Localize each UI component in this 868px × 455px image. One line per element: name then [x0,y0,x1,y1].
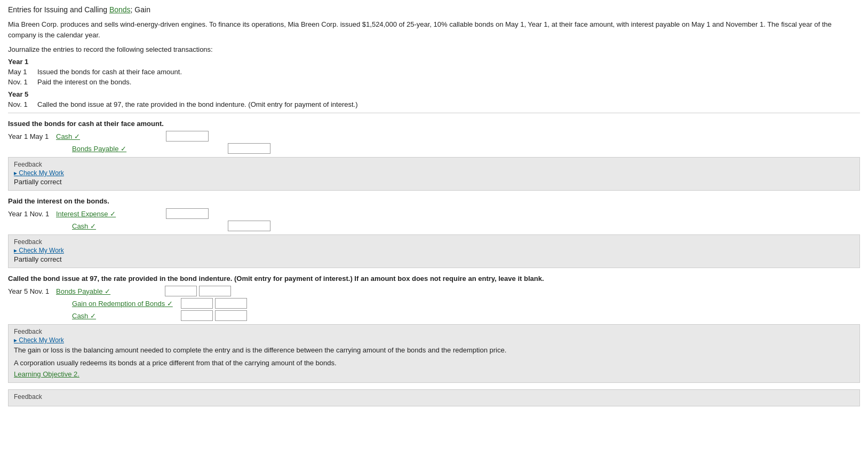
journal-row-gain: Gain on Redemption of Bonds ✓ [8,298,860,309]
interest-debit[interactable] [166,208,209,219]
account-bonds-payable[interactable]: Bonds Payable ✓ [72,145,179,153]
bonds-payable-credit[interactable] [228,143,270,154]
journal-section1: Year 1 May 1 Cash ✓ Bonds Payable ✓ [8,131,860,154]
feedback-text-s3-2: A corporation usually redeems its bonds … [14,358,854,368]
transaction-may1-text: Issued the bonds for cash at their face … [37,68,860,76]
transaction-nov1-text: Paid the interest on the bonds. [37,78,860,86]
journal-row-cash: Year 1 May 1 Cash ✓ [8,131,860,142]
account-gain-redemption[interactable]: Gain on Redemption of Bonds ✓ [72,300,179,308]
feedback-section2: Feedback Check My Work Partially correct [8,234,860,268]
journal-row-interest: Year 1 Nov. 1 Interest Expense ✓ [8,208,860,219]
journal-date-s1: Year 1 May 1 [8,132,56,140]
feedback-label-s3: Feedback [14,328,854,335]
section2-label: Paid the interest on the bonds. [8,197,860,205]
date-nov1: Nov. 1 [8,78,37,86]
account-cash-s2[interactable]: Cash ✓ [72,222,179,230]
journal-row-bonds-payable-s1: Bonds Payable ✓ [8,143,860,154]
journal-row-cash-s3: Cash ✓ [8,310,860,321]
check-my-work-s2[interactable]: Check My Work [14,247,854,254]
feedback-section4: Feedback [8,389,860,406]
bonds-link[interactable]: Bonds [109,5,131,14]
account-cash-s1[interactable]: Cash ✓ [56,132,163,140]
transaction-year5-text: Called the bond issue at 97, the rate pr… [37,100,860,108]
year5-label: Year 5 [8,90,860,98]
bonds-payable-credit-s3[interactable] [199,286,231,296]
account-interest-expense[interactable]: Interest Expense ✓ [56,210,163,218]
journal-date-s3: Year 5 Nov. 1 [8,287,56,295]
check-my-work-s1[interactable]: Check My Work [14,169,854,177]
page-title: Entries for Issuing and Calling Bonds; G… [8,5,860,14]
journal-row-cash-s2: Cash ✓ [8,221,860,231]
feedback-label-s4: Feedback [14,393,854,401]
journal-section2: Year 1 Nov. 1 Interest Expense ✓ Cash ✓ [8,208,860,231]
feedback-label-s1: Feedback [14,161,854,168]
learning-objective-link[interactable]: Learning Objective 2. [14,370,79,378]
title-middle: ; Gain [131,5,150,14]
cash-credit-s3[interactable] [215,310,247,321]
cash-debit-s3[interactable] [181,310,213,321]
gain-debit-s3[interactable] [181,298,213,309]
transaction-year5-nov1: Nov. 1 Called the bond issue at 97, the … [8,100,860,108]
instruction-text: Journalize the entries to record the fol… [8,45,860,53]
feedback-label-s2: Feedback [14,238,854,246]
year1-label: Year 1 [8,58,860,66]
account-bonds-payable-s3[interactable]: Bonds Payable ✓ [56,287,163,295]
check-my-work-s3[interactable]: Check My Work [14,336,854,344]
feedback-section1: Feedback Check My Work Partially correct [8,157,860,191]
account-cash-s3[interactable]: Cash ✓ [72,312,179,320]
partially-correct-s1: Partially correct [14,178,854,186]
feedback-text-s3-1: The gain or loss is the balancing amount… [14,345,854,356]
partially-correct-s2: Partially correct [14,255,854,263]
section1-label: Issued the bonds for cash at their face … [8,120,860,128]
date-year5-nov1: Nov. 1 [8,100,37,108]
section3-label: Called the bond issue at 97, the rate pr… [8,274,860,283]
date-may1: May 1 [8,68,37,76]
journal-date-s2: Year 1 Nov. 1 [8,210,56,218]
transaction-may1: May 1 Issued the bonds for cash at their… [8,68,860,76]
journal-row-bonds-s3: Year 5 Nov. 1 Bonds Payable ✓ [8,286,860,296]
journal-section3: Year 5 Nov. 1 Bonds Payable ✓ Gain on Re… [8,286,860,321]
gain-credit-s3[interactable] [215,298,247,309]
cash-credit-s2[interactable] [228,221,270,231]
feedback-section3: Feedback Check My Work The gain or loss … [8,324,860,383]
title-prefix: Entries for Issuing and Calling [8,5,109,14]
transaction-nov1: Nov. 1 Paid the interest on the bonds. [8,78,860,86]
bonds-payable-debit-s3[interactable] [165,286,197,296]
description-text: Mia Breen Corp. produces and sells wind-… [8,19,860,40]
cash-debit-s1[interactable] [166,131,209,142]
